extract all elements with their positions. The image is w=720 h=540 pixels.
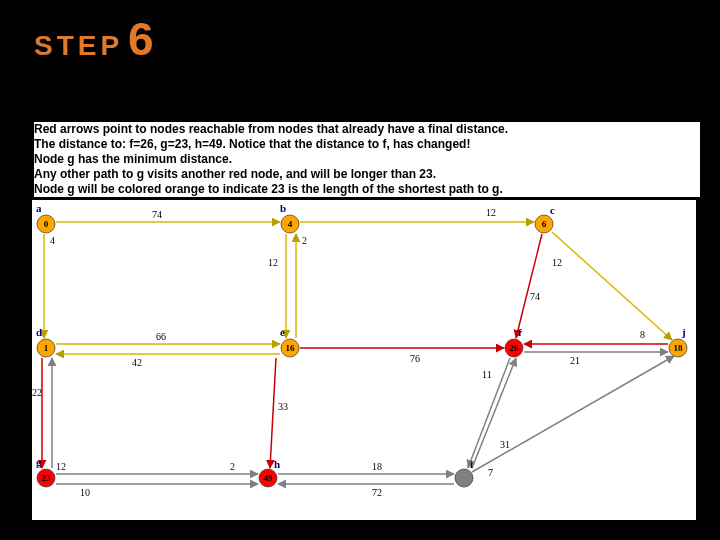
dist-j: 18 bbox=[674, 343, 684, 353]
desc-line-1: Red arrows point to nodes reachable from… bbox=[34, 122, 700, 137]
dist-e: 16 bbox=[286, 343, 296, 353]
weight-b-c: 12 bbox=[486, 207, 496, 218]
edge-c-j bbox=[552, 232, 672, 340]
weight-h-i: 18 bbox=[372, 461, 382, 472]
weight-j-f: 8 bbox=[640, 329, 645, 340]
weight-g-h-top: 2 bbox=[230, 461, 235, 472]
weight-e-f: 76 bbox=[410, 353, 420, 364]
weight-f-j: 21 bbox=[570, 355, 580, 366]
label-h: h bbox=[274, 458, 280, 470]
weight-e-h: 33 bbox=[278, 401, 288, 412]
weight-e-b: 2 bbox=[302, 235, 307, 246]
weight-i-f: 31 bbox=[500, 439, 510, 450]
weight-c-f: 74 bbox=[530, 291, 540, 302]
title-number: 6 bbox=[128, 12, 154, 66]
weight-i-j: 7 bbox=[488, 467, 493, 478]
edge-e-h bbox=[270, 358, 276, 468]
label-f: f bbox=[518, 326, 522, 338]
weight-g-d: 12 bbox=[56, 461, 66, 472]
label-b: b bbox=[280, 202, 286, 214]
slide: STEP 6 Red arrows point to nodes reachab… bbox=[0, 0, 720, 540]
dist-f: 26 bbox=[510, 343, 520, 353]
weight-a-d: 4 bbox=[50, 235, 55, 246]
edge-i-j bbox=[472, 356, 674, 472]
weight-a-b: 74 bbox=[152, 209, 162, 220]
label-j: j bbox=[681, 326, 686, 338]
weight-d-g: 22 bbox=[32, 387, 42, 398]
dist-d: 1 bbox=[44, 343, 49, 353]
dist-g: 23 bbox=[42, 473, 52, 483]
label-a: a bbox=[36, 202, 42, 214]
edge-i-f bbox=[472, 358, 516, 468]
desc-line-2: The distance to: f=26, g=23, h=49. Notic… bbox=[34, 137, 700, 152]
dist-b: 4 bbox=[288, 219, 293, 229]
graph-area: 74 12 4 12 2 12 74 66 42 bbox=[32, 200, 696, 520]
description-block: Red arrows point to nodes reachable from… bbox=[34, 122, 700, 197]
title-step: STEP bbox=[34, 30, 123, 62]
edge-c-f bbox=[516, 234, 542, 338]
weight-e-d: 42 bbox=[132, 357, 142, 368]
dist-a: 0 bbox=[44, 219, 49, 229]
graph-svg: 74 12 4 12 2 12 74 66 42 bbox=[32, 200, 696, 520]
weight-g-h-bot: 10 bbox=[80, 487, 90, 498]
dist-h: 49 bbox=[264, 473, 274, 483]
desc-line-5: Node g will be colored orange to indicat… bbox=[34, 182, 700, 197]
weight-c-j: 12 bbox=[552, 257, 562, 268]
dist-c: 6 bbox=[542, 219, 547, 229]
label-c: c bbox=[550, 204, 555, 216]
weight-d-e: 66 bbox=[156, 331, 166, 342]
label-i: i bbox=[470, 458, 473, 470]
weight-i-h: 72 bbox=[372, 487, 382, 498]
desc-line-3: Node g has the minimum distance. bbox=[34, 152, 700, 167]
weight-b-e: 12 bbox=[268, 257, 278, 268]
label-e: e bbox=[280, 326, 285, 338]
weight-f-i: 11 bbox=[482, 369, 492, 380]
desc-line-4: Any other path to g visits another red n… bbox=[34, 167, 700, 182]
label-d: d bbox=[36, 326, 42, 338]
node-i bbox=[455, 469, 473, 487]
label-g: g bbox=[36, 456, 42, 468]
